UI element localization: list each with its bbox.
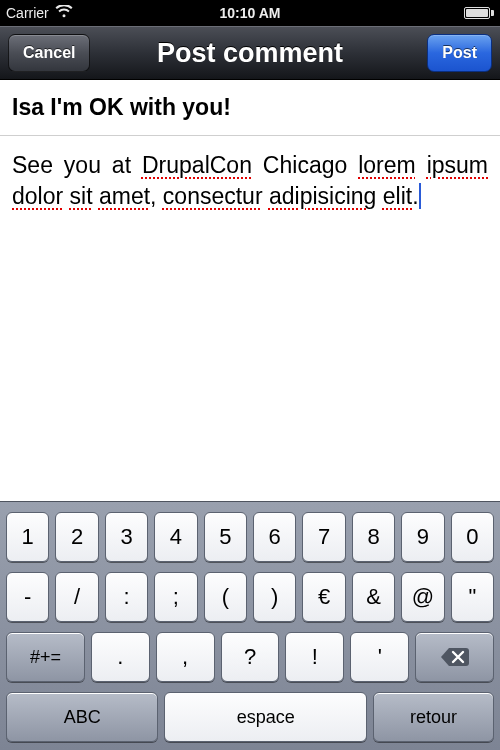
status-bar: Carrier 10:10 AM [0, 0, 500, 26]
key-return[interactable]: retour [373, 692, 494, 742]
key-backspace[interactable] [415, 632, 494, 682]
key-quote[interactable]: " [451, 572, 494, 622]
key-euro[interactable]: € [302, 572, 345, 622]
key-9[interactable]: 9 [401, 512, 444, 562]
key-0[interactable]: 0 [451, 512, 494, 562]
key-7[interactable]: 7 [302, 512, 345, 562]
spell-word: lorem [358, 152, 416, 178]
key-semicolon[interactable]: ; [154, 572, 197, 622]
key-row-4: ABC espace retour [6, 692, 494, 742]
comment-subject-input[interactable]: Isa I'm OK with you! [0, 80, 500, 136]
key-comma[interactable]: , [156, 632, 215, 682]
key-3[interactable]: 3 [105, 512, 148, 562]
nav-bar: Cancel Post comment Post [0, 26, 500, 80]
key-4[interactable]: 4 [154, 512, 197, 562]
key-apostrophe[interactable]: ' [350, 632, 409, 682]
key-6[interactable]: 6 [253, 512, 296, 562]
carrier-label: Carrier [6, 5, 49, 21]
key-2[interactable]: 2 [55, 512, 98, 562]
key-question[interactable]: ? [221, 632, 280, 682]
spell-word: consectur [163, 183, 263, 209]
spell-word: ipsum [427, 152, 488, 178]
spell-word: DrupalCon [142, 152, 252, 178]
post-button[interactable]: Post [427, 34, 492, 72]
spell-word: elit [383, 183, 412, 209]
battery-icon [464, 7, 494, 19]
key-symbols[interactable]: #+= [6, 632, 85, 682]
text-cursor [419, 183, 421, 209]
cancel-button[interactable]: Cancel [8, 34, 90, 72]
key-abc[interactable]: ABC [6, 692, 158, 742]
backspace-icon [440, 647, 470, 667]
body-text: Chicago [252, 152, 358, 178]
spell-word: sit [70, 183, 93, 209]
spell-word: amet [99, 183, 150, 209]
key-period[interactable]: . [91, 632, 150, 682]
key-paren-open[interactable]: ( [204, 572, 247, 622]
key-dash[interactable]: - [6, 572, 49, 622]
key-at[interactable]: @ [401, 572, 444, 622]
key-exclaim[interactable]: ! [285, 632, 344, 682]
key-1[interactable]: 1 [6, 512, 49, 562]
spell-word: dolor [12, 183, 63, 209]
key-ampersand[interactable]: & [352, 572, 395, 622]
key-colon[interactable]: : [105, 572, 148, 622]
key-row-3: #+= . , ? ! ' [6, 632, 494, 682]
wifi-icon [55, 5, 73, 21]
spell-word: adipisicing [269, 183, 376, 209]
body-text: See you at [12, 152, 142, 178]
key-8[interactable]: 8 [352, 512, 395, 562]
keyboard: 1 2 3 4 5 6 7 8 9 0 - / : ; ( ) € & @ " … [0, 501, 500, 750]
key-paren-close[interactable]: ) [253, 572, 296, 622]
key-space[interactable]: espace [164, 692, 367, 742]
key-slash[interactable]: / [55, 572, 98, 622]
key-row-1: 1 2 3 4 5 6 7 8 9 0 [6, 512, 494, 562]
key-row-2: - / : ; ( ) € & @ " [6, 572, 494, 622]
key-5[interactable]: 5 [204, 512, 247, 562]
